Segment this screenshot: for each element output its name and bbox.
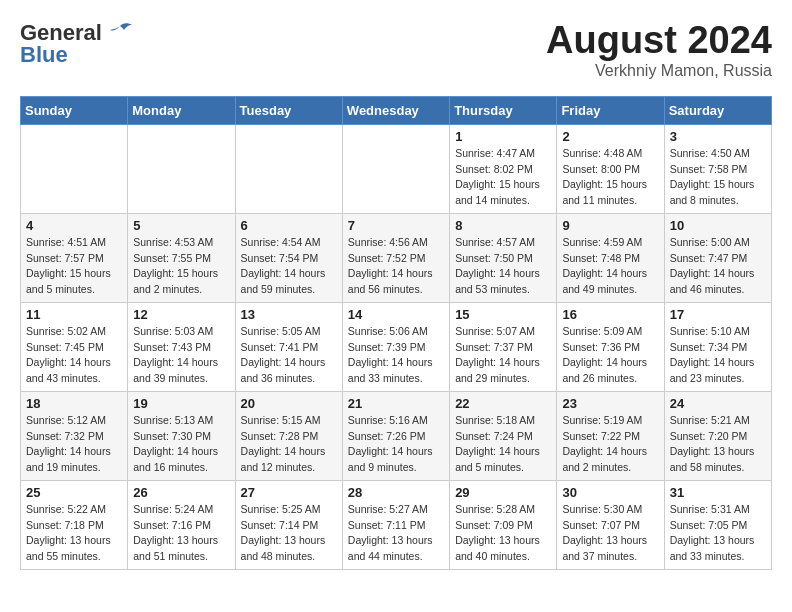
col-wednesday: Wednesday bbox=[342, 96, 449, 124]
day-number: 12 bbox=[133, 307, 229, 322]
table-row: 3Sunrise: 4:50 AM Sunset: 7:58 PM Daylig… bbox=[664, 124, 771, 213]
calendar-week-row: 11Sunrise: 5:02 AM Sunset: 7:45 PM Dayli… bbox=[21, 302, 772, 391]
table-row: 13Sunrise: 5:05 AM Sunset: 7:41 PM Dayli… bbox=[235, 302, 342, 391]
day-info: Sunrise: 4:57 AM Sunset: 7:50 PM Dayligh… bbox=[455, 235, 551, 298]
day-number: 28 bbox=[348, 485, 444, 500]
calendar-table: Sunday Monday Tuesday Wednesday Thursday… bbox=[20, 96, 772, 570]
table-row: 29Sunrise: 5:28 AM Sunset: 7:09 PM Dayli… bbox=[450, 480, 557, 569]
table-row: 18Sunrise: 5:12 AM Sunset: 7:32 PM Dayli… bbox=[21, 391, 128, 480]
calendar-week-row: 25Sunrise: 5:22 AM Sunset: 7:18 PM Dayli… bbox=[21, 480, 772, 569]
day-info: Sunrise: 5:12 AM Sunset: 7:32 PM Dayligh… bbox=[26, 413, 122, 476]
table-row: 17Sunrise: 5:10 AM Sunset: 7:34 PM Dayli… bbox=[664, 302, 771, 391]
day-info: Sunrise: 5:31 AM Sunset: 7:05 PM Dayligh… bbox=[670, 502, 766, 565]
day-number: 10 bbox=[670, 218, 766, 233]
table-row bbox=[128, 124, 235, 213]
day-info: Sunrise: 4:54 AM Sunset: 7:54 PM Dayligh… bbox=[241, 235, 337, 298]
col-friday: Friday bbox=[557, 96, 664, 124]
day-info: Sunrise: 4:50 AM Sunset: 7:58 PM Dayligh… bbox=[670, 146, 766, 209]
col-monday: Monday bbox=[128, 96, 235, 124]
col-sunday: Sunday bbox=[21, 96, 128, 124]
day-info: Sunrise: 5:16 AM Sunset: 7:26 PM Dayligh… bbox=[348, 413, 444, 476]
col-tuesday: Tuesday bbox=[235, 96, 342, 124]
day-number: 29 bbox=[455, 485, 551, 500]
table-row: 25Sunrise: 5:22 AM Sunset: 7:18 PM Dayli… bbox=[21, 480, 128, 569]
table-row: 22Sunrise: 5:18 AM Sunset: 7:24 PM Dayli… bbox=[450, 391, 557, 480]
title-area: August 2024 Verkhniy Mamon, Russia bbox=[546, 20, 772, 80]
day-number: 21 bbox=[348, 396, 444, 411]
table-row: 24Sunrise: 5:21 AM Sunset: 7:20 PM Dayli… bbox=[664, 391, 771, 480]
table-row: 6Sunrise: 4:54 AM Sunset: 7:54 PM Daylig… bbox=[235, 213, 342, 302]
day-number: 13 bbox=[241, 307, 337, 322]
day-info: Sunrise: 5:09 AM Sunset: 7:36 PM Dayligh… bbox=[562, 324, 658, 387]
table-row: 1Sunrise: 4:47 AM Sunset: 8:02 PM Daylig… bbox=[450, 124, 557, 213]
day-number: 7 bbox=[348, 218, 444, 233]
day-info: Sunrise: 4:59 AM Sunset: 7:48 PM Dayligh… bbox=[562, 235, 658, 298]
day-info: Sunrise: 5:19 AM Sunset: 7:22 PM Dayligh… bbox=[562, 413, 658, 476]
day-info: Sunrise: 4:47 AM Sunset: 8:02 PM Dayligh… bbox=[455, 146, 551, 209]
day-number: 23 bbox=[562, 396, 658, 411]
day-number: 5 bbox=[133, 218, 229, 233]
table-row: 10Sunrise: 5:00 AM Sunset: 7:47 PM Dayli… bbox=[664, 213, 771, 302]
table-row: 26Sunrise: 5:24 AM Sunset: 7:16 PM Dayli… bbox=[128, 480, 235, 569]
table-row bbox=[21, 124, 128, 213]
table-row: 31Sunrise: 5:31 AM Sunset: 7:05 PM Dayli… bbox=[664, 480, 771, 569]
calendar-week-row: 1Sunrise: 4:47 AM Sunset: 8:02 PM Daylig… bbox=[21, 124, 772, 213]
day-info: Sunrise: 5:22 AM Sunset: 7:18 PM Dayligh… bbox=[26, 502, 122, 565]
col-saturday: Saturday bbox=[664, 96, 771, 124]
table-row: 16Sunrise: 5:09 AM Sunset: 7:36 PM Dayli… bbox=[557, 302, 664, 391]
day-info: Sunrise: 4:48 AM Sunset: 8:00 PM Dayligh… bbox=[562, 146, 658, 209]
table-row: 30Sunrise: 5:30 AM Sunset: 7:07 PM Dayli… bbox=[557, 480, 664, 569]
day-number: 26 bbox=[133, 485, 229, 500]
day-number: 20 bbox=[241, 396, 337, 411]
day-number: 11 bbox=[26, 307, 122, 322]
day-number: 4 bbox=[26, 218, 122, 233]
day-number: 15 bbox=[455, 307, 551, 322]
table-row: 4Sunrise: 4:51 AM Sunset: 7:57 PM Daylig… bbox=[21, 213, 128, 302]
day-number: 27 bbox=[241, 485, 337, 500]
day-info: Sunrise: 5:15 AM Sunset: 7:28 PM Dayligh… bbox=[241, 413, 337, 476]
logo: General Blue bbox=[20, 20, 134, 68]
calendar-week-row: 18Sunrise: 5:12 AM Sunset: 7:32 PM Dayli… bbox=[21, 391, 772, 480]
day-info: Sunrise: 5:13 AM Sunset: 7:30 PM Dayligh… bbox=[133, 413, 229, 476]
day-info: Sunrise: 5:00 AM Sunset: 7:47 PM Dayligh… bbox=[670, 235, 766, 298]
table-row: 15Sunrise: 5:07 AM Sunset: 7:37 PM Dayli… bbox=[450, 302, 557, 391]
day-info: Sunrise: 4:53 AM Sunset: 7:55 PM Dayligh… bbox=[133, 235, 229, 298]
day-info: Sunrise: 5:18 AM Sunset: 7:24 PM Dayligh… bbox=[455, 413, 551, 476]
day-number: 24 bbox=[670, 396, 766, 411]
col-thursday: Thursday bbox=[450, 96, 557, 124]
day-number: 22 bbox=[455, 396, 551, 411]
calendar-header-row: Sunday Monday Tuesday Wednesday Thursday… bbox=[21, 96, 772, 124]
day-number: 17 bbox=[670, 307, 766, 322]
logo-bird-icon bbox=[106, 22, 134, 44]
day-number: 3 bbox=[670, 129, 766, 144]
day-info: Sunrise: 4:51 AM Sunset: 7:57 PM Dayligh… bbox=[26, 235, 122, 298]
day-info: Sunrise: 5:05 AM Sunset: 7:41 PM Dayligh… bbox=[241, 324, 337, 387]
day-info: Sunrise: 5:24 AM Sunset: 7:16 PM Dayligh… bbox=[133, 502, 229, 565]
day-number: 6 bbox=[241, 218, 337, 233]
month-title: August 2024 bbox=[546, 20, 772, 62]
day-info: Sunrise: 5:21 AM Sunset: 7:20 PM Dayligh… bbox=[670, 413, 766, 476]
day-number: 16 bbox=[562, 307, 658, 322]
location: Verkhniy Mamon, Russia bbox=[546, 62, 772, 80]
day-number: 30 bbox=[562, 485, 658, 500]
table-row: 14Sunrise: 5:06 AM Sunset: 7:39 PM Dayli… bbox=[342, 302, 449, 391]
day-number: 19 bbox=[133, 396, 229, 411]
day-info: Sunrise: 5:28 AM Sunset: 7:09 PM Dayligh… bbox=[455, 502, 551, 565]
day-number: 1 bbox=[455, 129, 551, 144]
table-row: 11Sunrise: 5:02 AM Sunset: 7:45 PM Dayli… bbox=[21, 302, 128, 391]
day-info: Sunrise: 5:25 AM Sunset: 7:14 PM Dayligh… bbox=[241, 502, 337, 565]
day-number: 25 bbox=[26, 485, 122, 500]
logo-blue-text: Blue bbox=[20, 42, 68, 68]
table-row: 21Sunrise: 5:16 AM Sunset: 7:26 PM Dayli… bbox=[342, 391, 449, 480]
day-info: Sunrise: 5:30 AM Sunset: 7:07 PM Dayligh… bbox=[562, 502, 658, 565]
table-row bbox=[342, 124, 449, 213]
day-number: 2 bbox=[562, 129, 658, 144]
table-row: 27Sunrise: 5:25 AM Sunset: 7:14 PM Dayli… bbox=[235, 480, 342, 569]
table-row: 23Sunrise: 5:19 AM Sunset: 7:22 PM Dayli… bbox=[557, 391, 664, 480]
day-number: 8 bbox=[455, 218, 551, 233]
table-row: 7Sunrise: 4:56 AM Sunset: 7:52 PM Daylig… bbox=[342, 213, 449, 302]
day-info: Sunrise: 5:06 AM Sunset: 7:39 PM Dayligh… bbox=[348, 324, 444, 387]
day-number: 31 bbox=[670, 485, 766, 500]
table-row bbox=[235, 124, 342, 213]
day-number: 14 bbox=[348, 307, 444, 322]
